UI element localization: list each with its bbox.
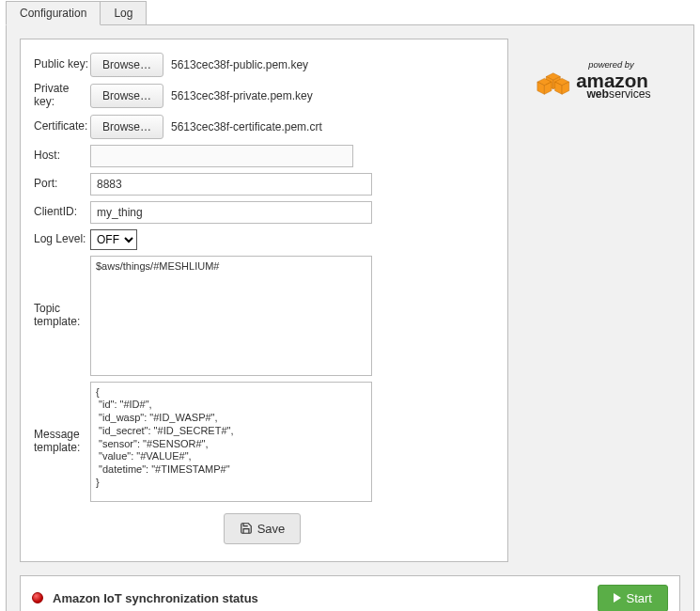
private-key-filename: 5613cec38f-private.pem.key: [171, 89, 313, 102]
config-panel: Public key: Browse… 5613cec38f-public.pe…: [6, 24, 694, 611]
aws-logo: powered by amazon webservices: [536, 55, 677, 105]
label-public-key: Public key:: [34, 58, 90, 71]
label-port: Port:: [34, 178, 90, 191]
label-client-id: ClientID:: [34, 206, 90, 219]
label-log-level: Log Level:: [34, 233, 90, 246]
save-button[interactable]: Save: [224, 513, 302, 544]
browse-private-key-button[interactable]: Browse…: [90, 84, 163, 108]
host-input[interactable]: [90, 145, 353, 167]
port-input[interactable]: [90, 173, 372, 196]
client-id-input[interactable]: [90, 201, 372, 224]
status-text: Amazon IoT synchronization status: [53, 591, 598, 605]
label-certificate: Certificate:: [34, 120, 90, 133]
start-button[interactable]: Start: [598, 585, 668, 611]
tab-log[interactable]: Log: [100, 1, 147, 25]
label-private-key: Private key:: [34, 83, 90, 109]
start-button-label: Start: [627, 591, 652, 605]
label-host: Host:: [34, 149, 90, 163]
play-icon: [614, 593, 621, 603]
message-template-textarea[interactable]: { "id": "#ID#", "id_wasp": "#ID_WASP#", …: [90, 382, 372, 502]
browse-public-key-button[interactable]: Browse…: [90, 53, 163, 77]
logo-powered-by: powered by: [587, 60, 635, 70]
label-topic-template: Topic template:: [34, 303, 90, 329]
save-button-label: Save: [257, 522, 286, 536]
tab-configuration[interactable]: Configuration: [6, 1, 101, 25]
certificate-filename: 5613cec38f-certificate.pem.crt: [171, 120, 322, 133]
log-level-select[interactable]: OFF: [90, 229, 137, 250]
sync-status-bar: Amazon IoT synchronization status Start: [20, 575, 680, 611]
label-message-template: Message template:: [34, 429, 90, 455]
aws-logo-area: powered by amazon webservices: [508, 39, 680, 105]
status-indicator-icon: [32, 592, 43, 603]
public-key-filename: 5613cec38f-public.pem.key: [171, 58, 308, 71]
browse-certificate-button[interactable]: Browse…: [90, 115, 163, 139]
tab-strip: Configuration Log: [0, 0, 700, 24]
logo-sub: webservices: [585, 87, 650, 101]
config-form: Public key: Browse… 5613cec38f-public.pe…: [20, 39, 508, 562]
save-icon: [240, 522, 253, 535]
topic-template-textarea[interactable]: $aws/things/#MESHLIUM#: [90, 256, 372, 376]
